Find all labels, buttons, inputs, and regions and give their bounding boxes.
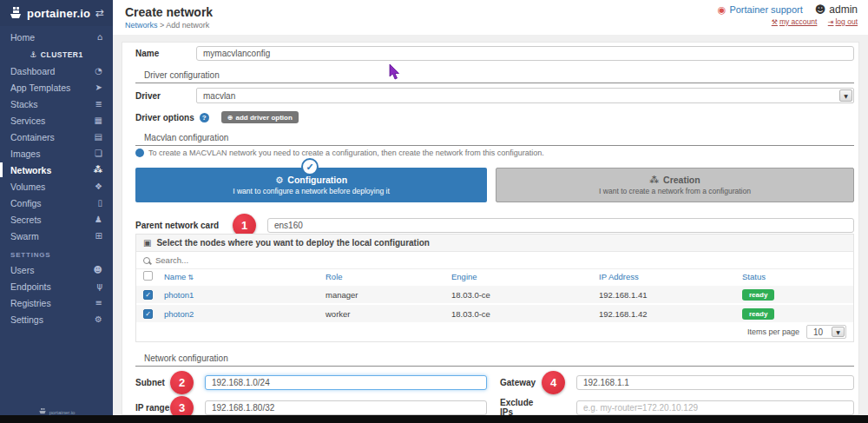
- clone-icon: ❏: [95, 149, 102, 158]
- nodes-table: Name⇅ Role Engine IP Address Status ✓ ph…: [136, 269, 853, 322]
- portainer-whale-small-icon: [38, 408, 47, 415]
- sidebar-item-registries[interactable]: Registries≡: [0, 294, 113, 311]
- sidebar-item-endpoints[interactable]: Endpointsψ: [0, 278, 113, 294]
- row-checkbox[interactable]: ✓: [143, 309, 153, 319]
- column-header-status[interactable]: Status: [742, 272, 846, 281]
- mode-creation-box[interactable]: ⁂Creation I want to create a network fro…: [496, 168, 854, 202]
- selected-check-icon: ✓: [301, 158, 319, 175]
- table-row-photon1: ✓ photon1 manager 18.03.0-ce 192.168.1.4…: [136, 284, 853, 303]
- breadcrumb-current: Add network: [166, 21, 209, 30]
- users-icon: ☻: [94, 265, 102, 274]
- sidebar-item-containers[interactable]: Containers▤: [0, 129, 113, 145]
- parent-network-card-label: Parent network card: [135, 221, 233, 230]
- add-driver-option-button[interactable]: ⊕ add driver option: [221, 111, 299, 123]
- ip-range-label: IP range: [135, 403, 170, 413]
- items-per-page-select[interactable]: 10 ▼: [806, 325, 846, 339]
- node-ip: 192.168.1.42: [599, 309, 742, 319]
- macvlan-configuration-heading: Macvlan configuration: [135, 133, 854, 146]
- cluster-header: ⚓ CLUSTER1: [0, 47, 113, 63]
- macvlan-info: i To create a MACVLAN network you need t…: [135, 149, 854, 157]
- sidebar-item-swarm[interactable]: Swarm⊞: [0, 228, 113, 244]
- file-icon: ▯: [97, 198, 102, 208]
- bottom-screen-edge: [0, 415, 868, 423]
- main-content: Name Driver configuration Driver macvlan…: [113, 35, 868, 415]
- node-link-photon1[interactable]: photon1: [164, 290, 194, 300]
- user-circle-icon: ☻: [815, 3, 826, 16]
- nodes-search-input[interactable]: [155, 255, 846, 265]
- database-icon: ≡: [95, 298, 102, 307]
- sidebar-item-volumes[interactable]: Volumes❖: [0, 178, 113, 195]
- sidebar-item-settings[interactable]: Settings⚙: [0, 311, 113, 327]
- sidebar-item-networks[interactable]: Networks⁂: [0, 162, 113, 178]
- help-icon[interactable]: ?: [200, 113, 209, 122]
- list-alt-icon: ▦: [95, 116, 102, 125]
- select-caret-icon[interactable]: ▼: [832, 327, 845, 337]
- node-ip: 192.168.1.41: [599, 290, 742, 300]
- column-header-name[interactable]: Name⇅: [164, 272, 326, 281]
- breadcrumb: Networks > Add network: [125, 21, 213, 30]
- driver-label: Driver: [135, 91, 196, 101]
- plug-icon: ψ: [96, 281, 102, 291]
- portainer-support-link[interactable]: ◉ Portainer support: [718, 4, 803, 16]
- status-badge: ready: [742, 289, 774, 301]
- gateway-input[interactable]: [576, 375, 854, 390]
- settings-section-header: SETTINGS: [0, 248, 113, 261]
- network-name-input[interactable]: [196, 46, 854, 61]
- object-group-icon: ⊞: [95, 231, 102, 241]
- column-header-role[interactable]: Role: [326, 272, 451, 281]
- subnet-label: Subnet: [135, 378, 170, 387]
- node-link-photon2[interactable]: photon2: [164, 309, 194, 319]
- my-account-link[interactable]: ⚒my account: [772, 17, 818, 26]
- sidebar-item-services[interactable]: Services▦: [0, 112, 113, 129]
- nodes-widget: ▣ Select the nodes where you want to dep…: [135, 234, 854, 342]
- row-checkbox[interactable]: ✓: [143, 290, 153, 300]
- nodes-search-row: [136, 252, 853, 269]
- page-head: Create network Networks > Add network: [125, 5, 213, 30]
- node-role: worker: [326, 309, 451, 319]
- driver-configuration-heading: Driver configuration: [135, 70, 854, 83]
- sitemap-icon: ⁂: [94, 165, 102, 175]
- cubes-icon: ❖: [95, 182, 102, 191]
- sidebar-item-dashboard[interactable]: Dashboard◔: [0, 63, 113, 79]
- search-icon: [143, 257, 150, 264]
- logo-row: portainer.io ⇄: [0, 0, 113, 26]
- select-all-checkbox[interactable]: [143, 271, 153, 281]
- sidebar-item-secrets[interactable]: Secrets♟: [0, 211, 113, 228]
- column-header-engine[interactable]: Engine: [451, 272, 599, 281]
- driver-select[interactable]: macvlan ▼: [196, 88, 854, 103]
- breadcrumb-separator: >: [160, 21, 164, 30]
- sidebar-item-home[interactable]: Home ⌂: [0, 29, 113, 45]
- log-out-link[interactable]: ⇥log out: [828, 17, 858, 26]
- server-icon: ▤: [95, 132, 102, 142]
- nodes-widget-footer: Items per page 10 ▼: [136, 322, 853, 341]
- exclude-ips-input[interactable]: [576, 400, 854, 415]
- select-caret-icon[interactable]: ▼: [839, 89, 852, 102]
- current-user: ☻ admin: [815, 3, 858, 16]
- sidebar-collapse-icon[interactable]: ⇄: [95, 7, 104, 19]
- sign-out-icon: ⇥: [828, 18, 834, 26]
- sidebar-item-stacks[interactable]: Stacks≣: [0, 96, 113, 112]
- sidebar-item-users[interactable]: Users☻: [0, 261, 113, 278]
- parent-network-card-input[interactable]: [267, 218, 854, 233]
- sidebar-item-images[interactable]: Images❏: [0, 145, 113, 162]
- breadcrumb-networks-link[interactable]: Networks: [125, 21, 158, 30]
- sidebar-item-app-templates[interactable]: App Templates➤: [0, 79, 113, 96]
- gateway-label: Gateway: [500, 378, 542, 387]
- items-per-page-label: Items per page: [747, 327, 799, 336]
- name-label: Name: [135, 49, 196, 58]
- app-logo: portainer.io: [27, 7, 95, 20]
- sidebar-nav: Home ⌂ ⚓ CLUSTER1 Dashboard◔ App Templat…: [0, 29, 113, 327]
- sidebar-item-configs[interactable]: Configs▯: [0, 195, 113, 211]
- annotation-step-2: 2: [170, 371, 194, 394]
- exclude-ips-label: Exclude IPs: [500, 398, 542, 417]
- plus-circle-icon: ⊕: [227, 114, 233, 122]
- mouse-cursor: [389, 64, 401, 80]
- wrench-icon: ⚒: [772, 18, 778, 26]
- page-title: Create network: [125, 5, 213, 19]
- table-row-photon2: ✓ photon2 worker 18.03.0-ce 192.168.1.42…: [136, 303, 853, 322]
- driver-options-label: Driver options: [135, 113, 194, 122]
- ip-range-input[interactable]: [205, 400, 487, 415]
- sidebar: portainer.io ⇄ Home ⌂ ⚓ CLUSTER1 Dashboa…: [0, 0, 113, 415]
- column-header-ip[interactable]: IP Address: [599, 272, 742, 281]
- subnet-input[interactable]: [205, 375, 487, 390]
